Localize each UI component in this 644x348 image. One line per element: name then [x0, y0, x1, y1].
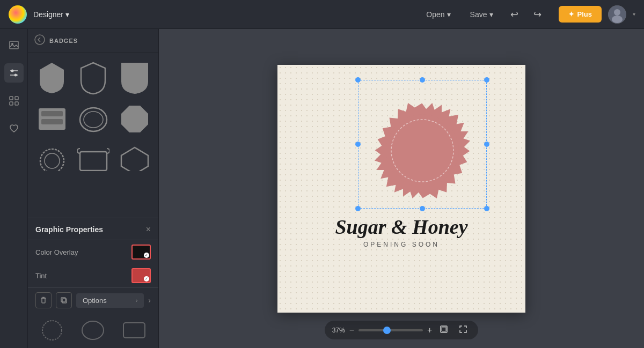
plus-star-icon: ✦	[568, 10, 574, 18]
svg-rect-3	[10, 41, 18, 49]
graphic-properties-title: Graphic Properties	[35, 225, 103, 234]
badge-item-6[interactable]	[116, 100, 153, 138]
app-name-label: Designer	[33, 10, 63, 19]
copy-icon	[60, 297, 68, 304]
delete-button[interactable]	[35, 292, 52, 308]
open-chevron: ▾	[447, 10, 451, 19]
tint-row: Tint ✓	[28, 264, 158, 287]
badge-item-1[interactable]	[33, 58, 70, 96]
options-button[interactable]: Options ›	[76, 293, 144, 308]
sliders-icon	[9, 68, 19, 78]
svg-rect-30	[123, 323, 145, 338]
fullscreen-icon	[459, 325, 467, 334]
extra-badge-2[interactable]	[74, 317, 112, 344]
svg-point-21	[45, 153, 60, 168]
bottom-actions-bar: Options › ›	[28, 287, 158, 313]
design-canvas[interactable]: Sugar & Honey OPENING SOON	[277, 65, 525, 313]
svg-point-18	[84, 112, 103, 128]
extra-badge-3[interactable]	[115, 317, 153, 344]
svg-rect-36	[442, 327, 446, 331]
fit-screen-button[interactable]	[436, 324, 451, 336]
badge-scroll-1	[77, 146, 109, 172]
fullscreen-button[interactable]	[456, 324, 471, 336]
svg-point-1	[614, 9, 620, 16]
badge-bar-1	[36, 106, 68, 132]
panel: BADGES	[28, 29, 159, 348]
svg-rect-16	[41, 119, 63, 124]
color-overlay-row: Color Overlay ✓	[28, 240, 158, 264]
color-overlay-check: ✓	[144, 253, 149, 258]
badge-item-9[interactable]	[116, 142, 153, 171]
back-button[interactable]	[34, 34, 45, 47]
extra-badge-row	[28, 313, 158, 348]
badge-round-1	[77, 105, 109, 134]
grid-icon	[9, 95, 19, 106]
badge-shield-1	[37, 60, 67, 95]
badge-item-7[interactable]	[33, 142, 70, 171]
badge-starburst-1	[36, 145, 68, 171]
app-name-chevron: ▾	[65, 10, 69, 19]
badge-octagon-1	[119, 103, 151, 135]
save-button[interactable]: Save ▾	[464, 7, 500, 22]
color-overlay-swatch[interactable]: ✓	[131, 245, 151, 260]
open-button[interactable]: Open ▾	[420, 7, 457, 22]
sidebar-item-images[interactable]	[4, 35, 24, 55]
avatar-chevron: ▾	[633, 11, 635, 17]
canvas-main-title: Sugar & Honey	[335, 215, 467, 239]
badge-item-2[interactable]	[75, 58, 112, 96]
avatar-image	[608, 5, 626, 24]
app-logo	[9, 5, 27, 24]
tint-swatch[interactable]: ✓	[131, 268, 151, 283]
zoom-out-button[interactable]: −	[349, 325, 354, 335]
graphic-properties-header: Graphic Properties ×	[28, 218, 158, 240]
badge-grid	[28, 53, 158, 171]
extra-badge-1[interactable]	[33, 317, 71, 344]
badge-item-4[interactable]	[33, 100, 70, 138]
trash-icon	[40, 297, 47, 304]
svg-rect-10	[15, 97, 18, 100]
svg-rect-15	[41, 111, 63, 116]
svg-point-20	[40, 149, 64, 171]
svg-point-29	[82, 321, 104, 339]
avatar[interactable]	[608, 5, 626, 24]
badge-diamond-1	[119, 145, 151, 171]
app-name-button[interactable]: Designer ▾	[33, 10, 69, 19]
save-label: Save	[470, 10, 487, 19]
heart-icon	[9, 123, 19, 134]
svg-point-6	[11, 70, 13, 72]
badge-graphic[interactable]	[339, 67, 506, 234]
fit-icon	[440, 325, 448, 334]
handle-bottom-right[interactable]	[484, 206, 489, 211]
more-button[interactable]: ›	[148, 296, 151, 305]
badge-item-5[interactable]	[75, 100, 112, 138]
zoom-in-button[interactable]: +	[427, 325, 432, 335]
handle-bottom-left[interactable]	[355, 206, 361, 211]
topbar: Designer ▾ Open ▾ Save ▾ ↩ ↪ ✦ Plus ▾	[0, 0, 644, 29]
zoom-value: 37%	[332, 327, 345, 334]
sidebar-item-sliders[interactable]	[4, 63, 24, 83]
badges-title: BADGES	[49, 38, 78, 44]
svg-marker-19	[121, 106, 148, 132]
sidebar-item-favorites[interactable]	[4, 119, 24, 138]
graphic-properties-panel: Graphic Properties × Color Overlay ✓ Tin…	[28, 218, 158, 348]
canvas-title-container: Sugar & Honey OPENING SOON	[335, 215, 467, 248]
svg-point-13	[35, 35, 45, 45]
redo-button[interactable]: ↪	[529, 5, 546, 24]
options-label: Options	[83, 297, 107, 305]
close-graphic-props-button[interactable]: ×	[146, 225, 151, 234]
sidebar-item-grid[interactable]	[4, 91, 24, 110]
open-label: Open	[426, 10, 444, 19]
handle-top-right[interactable]	[484, 77, 489, 83]
badge-item-8[interactable]	[75, 142, 112, 171]
handle-top-left[interactable]	[355, 77, 361, 83]
badge-item-3[interactable]	[116, 58, 153, 96]
undo-button[interactable]: ↩	[506, 5, 523, 24]
svg-point-33	[371, 99, 474, 202]
duplicate-button[interactable]	[56, 292, 72, 308]
back-icon	[34, 34, 45, 45]
zoom-slider[interactable]	[358, 329, 423, 331]
svg-rect-9	[10, 97, 13, 100]
svg-rect-12	[15, 102, 18, 105]
color-overlay-label: Color Overlay	[35, 248, 126, 256]
plus-button[interactable]: ✦ Plus	[559, 6, 602, 23]
